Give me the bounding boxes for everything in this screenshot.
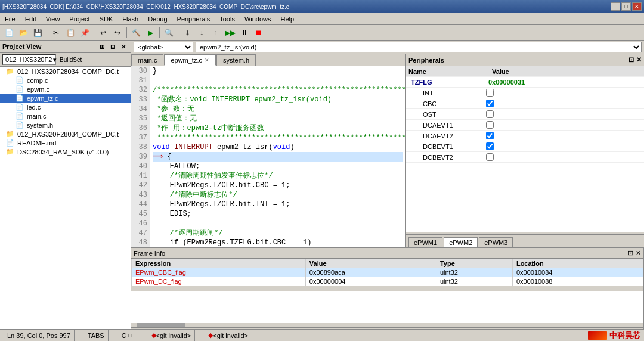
periph-data-row[interactable]: DCAEVT1 [406,120,644,131]
tree-item[interactable]: 📁012_HXS320F28034_COMP_DC.t [0,129,131,138]
menu-project[interactable]: Project [67,15,92,23]
file-icon: 📄 [16,112,24,120]
save-button[interactable]: 💾 [31,26,44,39]
line-number: 31 [134,76,147,85]
tree-item[interactable]: 📄epwm.c [0,85,131,94]
frame-cell-expr: EPwm_DC_flag [132,277,306,286]
periph-value-col: Value [490,68,644,75]
build-button[interactable]: 🔨 [129,26,143,39]
line-number: 34 [134,104,147,114]
sidebar-icon1[interactable]: ⊞ [97,42,107,51]
sidebar-icon2[interactable]: ⊟ [108,42,117,51]
periph-name: DCAEVT2 [420,132,486,140]
menu-file[interactable]: File [2,15,18,23]
tab-epwm-tz-c[interactable]: epwm_tz.c ✕ [164,54,216,66]
menu-view[interactable]: View [44,15,63,23]
periph-data-row[interactable]: TZFLG0x00000031 [406,77,644,88]
tree-item[interactable]: 📄README.md [0,138,131,147]
redo-button[interactable]: ↪ [111,26,124,39]
code-text: if (EPwm2Regs.TZFLG.bit.CBC == 1) [153,238,311,247]
periph-checkbox[interactable] [486,100,494,107]
code-line: /*清除中断标志位*/ [153,190,403,200]
comment-text: /*逐周期跳闸*/ [153,229,223,237]
epwm3-tab[interactable]: ePWM3 [479,237,513,247]
periph-checkbox[interactable] [486,121,494,129]
tab-main-c[interactable]: main.c [131,54,163,66]
debug-button[interactable]: ▶ [144,26,157,39]
periph-checkbox[interactable] [486,132,494,140]
sidebar-icon3[interactable]: ✕ [119,42,128,51]
menu-tools[interactable]: Tools [217,15,237,23]
frame-tbody: EPwm_CBC_flag0x00890acauint320x00010084E… [132,268,643,286]
maximize-button[interactable]: □ [621,2,631,11]
tree-item[interactable]: 📄main.c [0,111,131,120]
code-area[interactable]: }/**************************************… [150,66,405,247]
periph-data-row[interactable]: DCAEVT2 [406,131,644,141]
step-over-button[interactable]: ⤵ [181,26,194,39]
editor-area[interactable]: 30313233343536373839404142434445464748 }… [131,66,405,247]
tree-item[interactable]: 📄comp.c [0,76,131,85]
line-numbers: 30313233343536373839404142434445464748 [131,66,150,247]
menu-help[interactable]: Help [278,15,297,23]
code-line [153,76,403,85]
close-button[interactable]: ✕ [632,2,642,11]
tree-item[interactable]: 📄system.h [0,120,131,129]
step-out-button[interactable]: ↑ [209,26,222,39]
cut-button[interactable]: ✂ [49,26,63,39]
open-button[interactable]: 📂 [17,26,30,39]
menu-debug[interactable]: Debug [145,15,169,23]
run-button[interactable]: ▶▶ [224,26,237,39]
search-button[interactable]: 🔍 [162,26,175,39]
project-select[interactable]: 012_HXS320F2 ▾ [2,54,56,65]
frame-scrollbar[interactable] [131,323,643,327]
periph-float-btn[interactable]: ⊡ [628,56,634,64]
code-text: EALLOW; [153,162,200,170]
tree-item[interactable]: 📁DSC28034_RAM_SDK (v1.0.0) [0,147,131,156]
scope-select[interactable]: <global> [134,42,193,52]
pause-button[interactable]: ⏸ [238,26,251,39]
debug-arrow: ⟹ [153,153,167,161]
stop-button[interactable]: ⏹ [252,26,265,39]
periph-data-row[interactable]: CBC [406,98,644,109]
tab-close-icon[interactable]: ✕ [205,57,209,63]
menu-flash[interactable]: Flash [120,15,141,23]
periph-checkbox[interactable] [486,110,494,118]
tree-item[interactable]: 📄led.c [0,103,131,111]
menu-sdk[interactable]: SDK [97,15,116,23]
periph-checkbox[interactable] [486,89,494,97]
watermark-text: 中科昊芯 [609,330,640,341]
minimize-button[interactable]: ─ [611,2,620,11]
frame-header: Frame Info ⊡ ✕ [131,248,643,259]
peripherals-table: NameValueTZFLG0x00000031INTCBCOSTDCAEVT1… [406,66,644,232]
tree-item[interactable]: 📄epwm_tz.c [0,94,131,103]
menu-edit[interactable]: Edit [23,15,39,23]
epwm2-tab[interactable]: ePWM2 [444,237,478,247]
periph-data-row[interactable]: OST [406,109,644,120]
tree-item[interactable]: 📁012_HXS320F28034_COMP_DC.t [0,67,131,76]
copy-button[interactable]: 📋 [64,26,77,39]
periph-data-row[interactable]: DCBEVT1 [406,141,644,152]
periph-checkbox[interactable] [486,153,494,161]
toolbar: 📄 📂 💾 ✂ 📋 📌 ↩ ↪ 🔨 ▶ 🔍 ⤵ ↓ ↑ ▶▶ ⏸ ⏹ [0,25,644,41]
periph-close-btn[interactable]: ✕ [636,56,642,64]
menu-windows[interactable]: Windows [242,15,274,23]
menu-peripherals[interactable]: Peripherals [175,15,213,23]
func-select[interactable]: epwm2_tz_isr(void) [196,42,642,52]
periph-checkbox[interactable] [486,142,494,150]
step-into-button[interactable]: ↓ [195,26,208,39]
paste-button[interactable]: 📌 [78,26,91,39]
epwm1-tab[interactable]: ePWM1 [408,237,442,247]
frame-close-btn[interactable]: ✕ [636,249,641,257]
tree-label: system.h [27,122,53,129]
frame-float-btn[interactable]: ⊡ [628,249,633,257]
tab-system-h[interactable]: system.h [216,54,256,66]
periph-data-row[interactable]: INT [406,88,644,98]
periph-name: TZFLG [408,79,486,86]
periph-data-row[interactable]: DCBEVT2 [406,152,644,163]
frame-cell-value: 0x00000004 [305,277,436,286]
git-icon2: ◆ [208,331,213,339]
line-number: 33 [134,95,147,104]
new-file-button[interactable]: 📄 [2,26,16,39]
undo-button[interactable]: ↩ [97,26,110,39]
frame-title: Frame Info [134,250,165,257]
